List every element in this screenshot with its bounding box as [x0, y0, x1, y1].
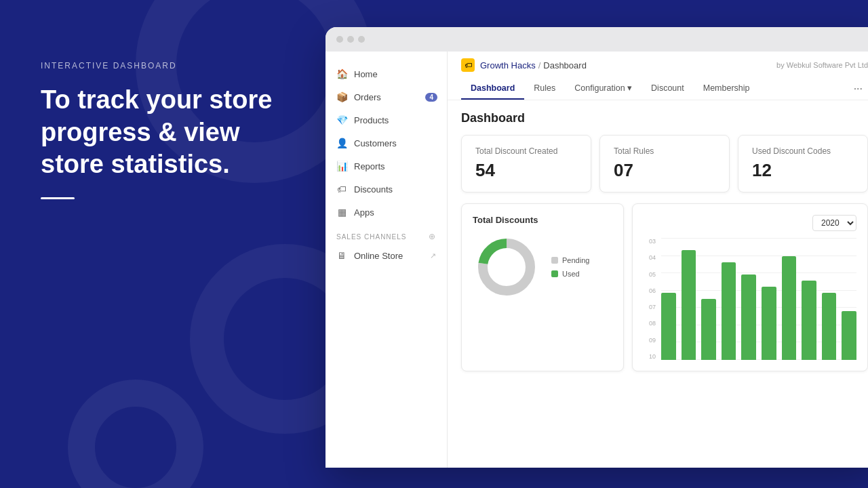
bar [701, 299, 716, 360]
tab-dashboard[interactable]: Dashboard [461, 78, 524, 100]
sidebar: 🏠 Home 📦 Orders 4 💎 Products 👤 Customers… [326, 52, 448, 468]
browser-dot-2 [347, 36, 354, 43]
bg-decoration-3 [68, 380, 203, 488]
stat-label-total-rules: Total Rules [614, 146, 715, 156]
stat-card-total-discount: Total Discount Created 54 [461, 135, 591, 192]
left-panel: INTERACTIVE DASHBOARD To track your stor… [41, 61, 298, 199]
sidebar-item-reports-label: Reports [354, 161, 385, 171]
bar [762, 287, 776, 360]
stat-value-total-rules: 07 [614, 160, 715, 181]
bar-card-header: 2019 2020 2021 [644, 215, 856, 231]
stat-value-total-discount: 54 [475, 160, 577, 181]
breadcrumb: 🏷 Growth Hacks / Dashboard [461, 58, 587, 72]
bar-wrapper [802, 238, 816, 360]
y-label: 05 [644, 271, 656, 278]
main-content: 🏷 Growth Hacks / Dashboard by Webkul Sof… [448, 52, 868, 468]
tab-membership[interactable]: Membership [694, 78, 760, 100]
customers-icon: 👤 [336, 138, 347, 148]
donut-card: Total Discounts Pend [461, 203, 624, 371]
y-label: 10 [644, 353, 656, 360]
bar [822, 293, 837, 360]
topbar-meta: by Webkul Software Pvt Ltd [776, 61, 868, 69]
y-label: 06 [644, 287, 656, 294]
breadcrumb-separator: / [538, 60, 541, 70]
orders-icon: 📦 [336, 92, 347, 102]
donut-container: Pending Used [473, 233, 612, 301]
add-channel-icon[interactable]: ⊕ [429, 232, 436, 241]
sidebar-item-apps-label: Apps [354, 207, 374, 218]
sidebar-item-discounts-label: Discounts [354, 184, 393, 195]
tab-discount[interactable]: Discount [642, 78, 694, 100]
sidebar-item-customers[interactable]: 👤 Customers [326, 131, 447, 155]
sales-channels-label: SALES CHANNELS [336, 233, 406, 241]
sidebar-item-apps[interactable]: ▦ Apps [326, 201, 447, 224]
stat-cards: Total Discount Created 54 Total Rules 07… [461, 135, 868, 192]
bar-wrapper [661, 238, 676, 360]
left-headline: To track your store progress & view stor… [41, 84, 298, 181]
bar [782, 256, 797, 360]
bar-wrapper [822, 238, 837, 360]
legend-dot-pending [551, 257, 558, 264]
legend-label-pending: Pending [562, 256, 589, 264]
bar-wrapper [741, 238, 756, 360]
donut-legend: Pending Used [551, 256, 589, 278]
browser-dot-3 [358, 36, 365, 43]
sidebar-item-home-label: Home [354, 69, 378, 79]
reports-icon: 📊 [336, 161, 347, 171]
tab-configuration[interactable]: Configuration ▾ [565, 77, 642, 100]
nav-tabs: Dashboard Rules Configuration ▾ Discount… [461, 77, 868, 100]
topbar-header: 🏷 Growth Hacks / Dashboard by Webkul Sof… [461, 58, 868, 72]
sidebar-item-home[interactable]: 🏠 Home [326, 62, 447, 85]
apps-icon: ▦ [336, 207, 347, 218]
bar-wrapper [722, 238, 736, 360]
stat-label-total-discount: Total Discount Created [475, 146, 577, 156]
dashboard-body: Dashboard Total Discount Created 54 Tota… [448, 100, 868, 468]
bar [722, 262, 736, 360]
stat-value-used-codes: 12 [752, 160, 854, 181]
online-store-icon: 🖥 [336, 250, 347, 261]
y-label: 04 [644, 254, 656, 261]
left-divider [41, 197, 75, 199]
browser-content: 🏠 Home 📦 Orders 4 💎 Products 👤 Customers… [326, 52, 868, 468]
sidebar-item-orders[interactable]: 📦 Orders 4 [326, 85, 447, 108]
charts-row: Total Discounts Pend [461, 203, 868, 371]
bar-wrapper [842, 238, 856, 360]
browser-dot-1 [336, 36, 343, 43]
y-label: 03 [644, 238, 656, 245]
sidebar-item-online-store[interactable]: 🖥 Online Store ↗ [326, 244, 447, 267]
legend-dot-used [551, 270, 558, 277]
sidebar-item-products[interactable]: 💎 Products [326, 108, 447, 131]
products-icon: 💎 [336, 115, 347, 125]
bar-chart-area: 1009080706050403 [644, 238, 856, 360]
stat-label-used-codes: Used Discount Codes [752, 146, 854, 156]
sidebar-item-reports[interactable]: 📊 Reports [326, 155, 447, 178]
sidebar-item-online-store-label: Online Store [354, 251, 403, 261]
y-label: 09 [644, 337, 656, 344]
discounts-icon: 🏷 [336, 184, 347, 195]
orders-badge: 4 [425, 93, 437, 102]
external-link-icon: ↗ [430, 251, 436, 260]
sidebar-item-products-label: Products [354, 115, 389, 125]
y-axis: 1009080706050403 [644, 238, 660, 360]
app-icon: 🏷 [461, 58, 475, 72]
bar-wrapper [682, 238, 696, 360]
bar-wrapper [782, 238, 797, 360]
tab-rules[interactable]: Rules [524, 78, 565, 100]
y-label: 07 [644, 304, 656, 310]
topbar: 🏷 Growth Hacks / Dashboard by Webkul Sof… [448, 52, 868, 100]
year-select[interactable]: 2019 2020 2021 [812, 215, 856, 231]
nav-more-button[interactable]: ··· [848, 83, 868, 95]
bar [682, 250, 696, 360]
home-icon: 🏠 [336, 68, 347, 79]
legend-pending: Pending [551, 256, 589, 264]
left-subtitle: INTERACTIVE DASHBOARD [41, 61, 298, 70]
bar [661, 293, 676, 360]
bars-container [661, 238, 856, 360]
sidebar-item-discounts[interactable]: 🏷 Discounts [326, 178, 447, 201]
browser-bar [326, 27, 868, 52]
bar [741, 274, 756, 360]
bar-wrapper [701, 238, 716, 360]
y-label: 08 [644, 320, 656, 327]
legend-used: Used [551, 270, 589, 278]
breadcrumb-app: Growth Hacks [480, 60, 536, 70]
